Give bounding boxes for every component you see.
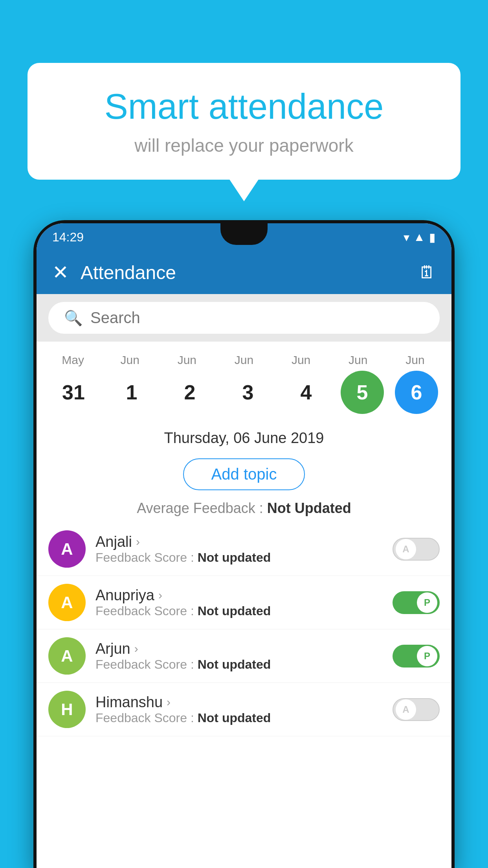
search-bar[interactable]: 🔍 [48,302,440,334]
month-3[interactable]: Jun [220,353,268,367]
toggle-knob: P [417,592,437,613]
signal-icon: ▲ [413,230,425,244]
day-1[interactable]: 1 [108,381,155,404]
month-1[interactable]: Jun [106,353,154,367]
battery-icon: ▮ [429,230,436,244]
avg-feedback-value: Not Updated [267,500,351,516]
day-0[interactable]: 31 [50,381,97,404]
search-input[interactable] [90,309,424,327]
student-info[interactable]: Anjali › Feedback Score : Not updated [95,533,383,565]
avatar: H [48,691,86,728]
student-name[interactable]: Anjali › [95,533,383,550]
phone-frame: 14:29 ▾ ▲ ▮ ✕ Attendance 🗓 🔍 May Jun [33,220,455,868]
month-5[interactable]: Jun [334,353,382,367]
wifi-icon: ▾ [404,230,409,244]
student-feedback: Feedback Score : Not updated [95,550,383,565]
speech-bubble-subtitle: will replace your paperwork [51,135,437,156]
speech-bubble-title: Smart attendance [51,86,437,127]
chevron-right-icon: › [136,535,140,548]
student-feedback: Feedback Score : Not updated [95,604,383,618]
table-row: A Anupriya › Feedback Score : Not update… [37,576,451,629]
date-days-row: 31 1 2 3 4 5 6 [44,371,444,414]
table-row: H Himanshu › Feedback Score : Not update… [37,683,451,736]
student-feedback: Feedback Score : Not updated [95,657,383,672]
avg-feedback-label: Average Feedback : [137,500,267,516]
student-feedback: Feedback Score : Not updated [95,711,383,725]
student-name[interactable]: Anupriya › [95,587,383,604]
day-3[interactable]: 3 [224,381,272,404]
toggle-knob: A [396,539,416,559]
day-2[interactable]: 2 [166,381,213,404]
attendance-toggle[interactable]: P [393,645,440,668]
attendance-toggle[interactable]: A [393,538,440,561]
student-name[interactable]: Arjun › [95,640,383,657]
month-0[interactable]: May [50,353,97,367]
phone-screen: 14:29 ▾ ▲ ▮ ✕ Attendance 🗓 🔍 May Jun [37,223,451,868]
average-feedback: Average Feedback : Not Updated [37,494,451,522]
calendar-icon[interactable]: 🗓 [418,263,436,282]
status-time: 14:29 [52,230,84,245]
date-months-row: May Jun Jun Jun Jun Jun Jun [44,353,444,367]
day-4[interactable]: 4 [283,381,330,404]
app-bar: ✕ Attendance 🗓 [37,251,451,294]
status-bar: 14:29 ▾ ▲ ▮ [37,223,451,251]
date-picker: May Jun Jun Jun Jun Jun Jun 31 1 2 3 4 5… [37,342,451,422]
add-topic-container: Add topic [37,454,451,494]
chevron-right-icon: › [134,642,138,655]
avatar: A [48,584,86,621]
student-name[interactable]: Himanshu › [95,694,383,711]
add-topic-button[interactable]: Add topic [183,458,305,490]
status-icons: ▾ ▲ ▮ [404,230,436,244]
close-icon[interactable]: ✕ [52,263,69,282]
month-6[interactable]: Jun [391,353,438,367]
month-2[interactable]: Jun [163,353,211,367]
selected-date-label: Thursday, 06 June 2019 [37,422,451,454]
day-6-selected[interactable]: 6 [395,371,438,414]
table-row: A Arjun › Feedback Score : Not updated P [37,629,451,683]
student-info[interactable]: Arjun › Feedback Score : Not updated [95,640,383,672]
students-list: A Anjali › Feedback Score : Not updated … [37,522,451,736]
app-bar-title: Attendance [81,262,407,283]
day-5-selected[interactable]: 5 [341,371,384,414]
attendance-toggle[interactable]: P [393,591,440,614]
table-row: A Anjali › Feedback Score : Not updated … [37,522,451,576]
chevron-right-icon: › [158,588,162,602]
attendance-toggle[interactable]: A [393,698,440,721]
notch [220,223,268,245]
avatar: A [48,637,86,675]
toggle-knob: A [396,699,416,720]
speech-bubble: Smart attendance will replace your paper… [28,63,460,180]
search-icon: 🔍 [64,309,83,327]
avatar: A [48,530,86,568]
month-4[interactable]: Jun [277,353,325,367]
search-bar-container: 🔍 [37,294,451,342]
chevron-right-icon: › [167,695,171,709]
toggle-knob: P [417,646,437,666]
student-info[interactable]: Himanshu › Feedback Score : Not updated [95,694,383,725]
student-info[interactable]: Anupriya › Feedback Score : Not updated [95,587,383,618]
speech-bubble-container: Smart attendance will replace your paper… [28,63,460,180]
